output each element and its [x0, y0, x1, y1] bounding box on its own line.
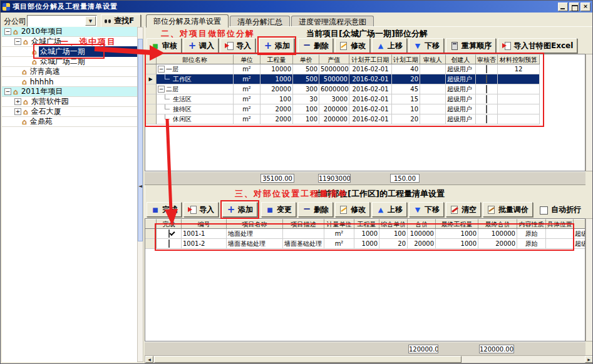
change-button[interactable]: ■变更 — [261, 202, 296, 217]
boq-grid-hscrollbar[interactable]: ◀ ▶ — [145, 355, 593, 363]
cell-creator[interactable]: 超级用户 — [446, 114, 476, 124]
cell-output[interactable]: 200000 — [319, 104, 349, 114]
cell-nature[interactable]: 原始 — [517, 229, 546, 239]
table-row[interactable]: −一层m²1000050050000002016-02-0140超级用户12 — [145, 64, 585, 74]
cell-name[interactable]: 墙面基础处理 — [227, 239, 283, 249]
tree-item[interactable]: +⌂东营软件园 — [2, 97, 137, 107]
maximize-button[interactable] — [569, 3, 579, 11]
cell-name[interactable]: −一层 — [157, 64, 234, 74]
collapse-icon[interactable]: − — [4, 28, 11, 35]
tree-scrollbar-thumb[interactable] — [138, 39, 143, 241]
cell-done[interactable] — [157, 239, 182, 249]
collapse-icon[interactable]: − — [158, 66, 165, 73]
cell-fqty[interactable]: 1000 — [436, 239, 478, 249]
tree-item[interactable]: ⌂众城广场二期 — [2, 57, 137, 67]
checkbox-icon[interactable] — [540, 206, 548, 215]
expand-icon[interactable]: + — [14, 108, 21, 115]
cell-days[interactable]: 15 — [392, 94, 420, 104]
cell-desc[interactable]: 墙面基础处理 — [283, 239, 324, 249]
cell-qty[interactable]: 2000 — [260, 104, 293, 114]
cell-budget[interactable] — [498, 74, 540, 84]
import-button[interactable]: 导入 — [220, 38, 255, 53]
checkbox-checked-icon[interactable] — [168, 230, 170, 238]
cell-days[interactable]: 40 — [392, 64, 420, 74]
table-row[interactable]: 1001-1地面处理m²10001001000001000100000原始超级用… — [145, 229, 585, 239]
move-up-button[interactable]: ▲上移 — [372, 38, 407, 53]
find-button[interactable]: 查找F — [101, 14, 141, 28]
collapse-icon[interactable]: − — [158, 86, 165, 93]
checkbox-unchecked-icon[interactable] — [486, 95, 487, 103]
tree-item[interactable]: ⌂济青高速 — [2, 67, 137, 77]
tab-active[interactable]: 部位分解及清单设置 — [146, 14, 229, 28]
cell-creator[interactable]: 超级用户 — [446, 94, 476, 104]
cell-unit[interactable]: m² — [234, 114, 260, 124]
cell-ftotal[interactable]: 20000 — [478, 239, 517, 249]
cell-creator[interactable]: 超级用户 — [446, 64, 476, 74]
checkbox-unchecked-icon[interactable] — [486, 75, 487, 83]
table-row[interactable]: ▶工作区m²10005005000002016-02-0120超级用户 — [145, 74, 585, 84]
cell-name[interactable]: 工作区 — [157, 74, 234, 84]
cell-loc[interactable] — [546, 229, 574, 239]
move-down-button[interactable]: ▼下移 — [409, 38, 444, 53]
cell-done[interactable] — [157, 229, 182, 239]
cell-approved[interactable] — [476, 74, 498, 84]
cell-auditor[interactable] — [420, 94, 446, 104]
boq-grid-vscrollbar[interactable] — [585, 218, 593, 341]
cell-start[interactable]: 2016-02-01 — [349, 104, 392, 114]
cell-creator[interactable]: 超级用户 — [574, 229, 585, 239]
cell-name[interactable]: −二层 — [157, 84, 234, 94]
cell-start[interactable]: 2016-02-01 — [349, 64, 392, 74]
delete-button[interactable]: −删除 — [298, 38, 333, 53]
cell-price[interactable]: 300 — [293, 84, 319, 94]
scroll-left-icon[interactable]: ◀ — [145, 356, 153, 363]
cell-output[interactable]: 500000 — [319, 74, 349, 84]
cell-qty[interactable]: 1000 — [354, 229, 379, 239]
cell-unit[interactable]: m² — [234, 104, 260, 114]
import-button[interactable]: 导入 — [183, 202, 219, 217]
checkbox-unchecked-icon[interactable] — [486, 65, 487, 73]
cell-total[interactable]: 20000 — [408, 239, 436, 249]
cell-unit[interactable]: m² — [234, 94, 260, 104]
cell-creator[interactable]: 超级用户 — [574, 239, 585, 249]
tree-item[interactable]: ⌂众城广场一期 — [2, 47, 137, 57]
cell-output[interactable]: 200000 — [319, 114, 349, 124]
cell-budget[interactable] — [498, 114, 540, 124]
move-up-button[interactable]: ▲上移 — [372, 202, 407, 217]
tree-item[interactable]: +⌂金石大厦 — [2, 107, 137, 117]
cell-budget[interactable] — [498, 84, 540, 94]
cell-output[interactable]: 3000 — [319, 94, 349, 104]
cell-auditor[interactable] — [420, 114, 446, 124]
modify-button[interactable]: 修改 — [335, 202, 370, 217]
cell-price[interactable]: 100 — [293, 114, 319, 124]
tree-item[interactable]: −⌂2010年项目 — [2, 27, 137, 37]
cell-unit[interactable]: m² — [234, 84, 260, 94]
table-row[interactable]: 休闲区m²20001002000002016-02-0120超级用户 — [145, 114, 585, 124]
move-down-button[interactable]: ▼下移 — [409, 202, 444, 217]
cell-approved[interactable] — [476, 104, 498, 114]
cell-start[interactable]: 2016-02-01 — [349, 94, 392, 104]
branch-combobox[interactable]: ▼ — [27, 15, 97, 27]
table-row[interactable]: 生活区m²1003030002016-02-0115超级用户 — [145, 94, 585, 104]
cell-approved[interactable] — [476, 84, 498, 94]
parts-grid-vscrollbar[interactable] — [585, 54, 593, 171]
cell-name[interactable]: 生活区 — [157, 94, 234, 104]
cell-total[interactable]: 100000 — [408, 229, 436, 239]
import-gantt-excel-button[interactable]: 导入甘特图Excel — [498, 38, 577, 53]
cell-start[interactable]: 2016-02-01 — [349, 84, 392, 94]
tree-item[interactable]: −⌂2011年项目 — [2, 87, 137, 97]
cell-price[interactable]: 500 — [293, 64, 319, 74]
cell-days[interactable]: 10 — [392, 104, 420, 114]
collapse-icon[interactable]: − — [14, 38, 21, 45]
cell-output[interactable]: 6000000 — [319, 84, 349, 94]
cell-unit[interactable]: m² — [234, 64, 260, 74]
cell-fqty[interactable]: 1000 — [436, 229, 478, 239]
cell-price[interactable]: 500 — [293, 74, 319, 84]
cell-name[interactable]: 接待区 — [157, 104, 234, 114]
cell-qty[interactable]: 100 — [260, 94, 293, 104]
modify-button[interactable]: 修改 — [335, 38, 370, 53]
cell-unit[interactable]: m² — [324, 239, 354, 249]
recalc-order-button[interactable]: 重算顺序 — [446, 38, 496, 53]
table-row[interactable]: −二层m²2000030060000002016-02-0145超级用户 — [145, 84, 585, 94]
cell-days[interactable]: 20 — [392, 74, 420, 84]
cell-start[interactable]: 2016-02-01 — [349, 114, 392, 124]
